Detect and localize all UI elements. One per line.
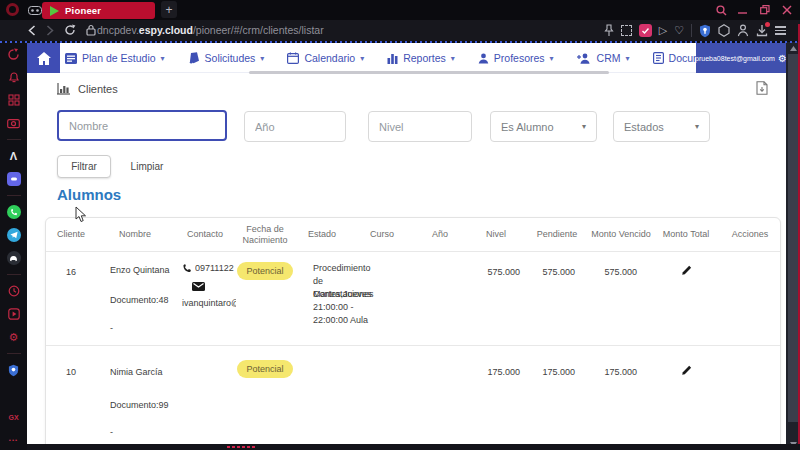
sidebar-divider: [7, 195, 21, 196]
home-button[interactable]: [27, 43, 60, 73]
table-row: 16 Enzo Quintana Documento:48 - 09711122…: [46, 252, 780, 346]
cell-contacto: [174, 346, 236, 444]
back-button[interactable]: [28, 25, 36, 36]
estado-badge: Potencial: [237, 360, 292, 378]
dash-value: -: [110, 322, 174, 334]
sidebar-overflow-icon[interactable]: •••: [7, 433, 21, 447]
edit-pencil-icon[interactable]: [680, 364, 693, 377]
forward-button[interactable]: [46, 25, 54, 36]
content-top-divider: [0, 41, 800, 43]
history-clock-icon[interactable]: [7, 284, 21, 298]
browser-tab[interactable]: Pioneer: [42, 2, 155, 19]
limpiar-button[interactable]: Limpiar: [122, 155, 172, 178]
curso-line: 22:00:00 Aula: [313, 314, 350, 327]
export-file-icon[interactable]: [756, 81, 768, 95]
gx-corner-icon[interactable]: [28, 6, 42, 15]
browser-toolbar: dncpdev.espy.cloud/pioneer/#/crm/cliente…: [0, 20, 800, 41]
chevron-down-icon: ▾: [550, 54, 554, 63]
close-button[interactable]: [780, 3, 794, 17]
phone-value: 09711122: [195, 262, 234, 274]
speed-dial-icon[interactable]: [7, 47, 21, 61]
clientes-chart-icon: [57, 83, 71, 95]
user-account-button[interactable]: prueba08test@gmail.com ⚙: [696, 43, 786, 73]
notifications-bell-icon[interactable]: [7, 70, 21, 84]
person-icon: [478, 53, 489, 64]
cell-acciones: [654, 346, 718, 444]
curso-overlap-b: Martes,Jueves: [313, 288, 372, 301]
documento-value: Documento:99: [110, 399, 174, 411]
nav-item-plan-de-estudio[interactable]: Plan de Estudio ▾: [65, 52, 165, 64]
whatsapp-icon[interactable]: [7, 205, 21, 219]
es-alumno-value: Es Alumno: [501, 121, 554, 133]
horizontal-scrollbar[interactable]: [249, 71, 609, 74]
nav-label: Solicitudes: [205, 52, 256, 64]
nav-item-profesores[interactable]: Profesores ▾: [478, 52, 554, 64]
nav-label: Reportes: [403, 52, 446, 64]
nombre-filter-input[interactable]: [57, 110, 227, 141]
edit-pencil-icon[interactable]: [680, 264, 693, 277]
site-info-lock-icon[interactable]: [86, 24, 96, 36]
estados-value: Estados: [624, 121, 664, 133]
table-row: 10 Nimia García Documento:99 - Potencial…: [46, 346, 780, 444]
document-icon: [653, 52, 664, 64]
cell-monto-vencido: 175.000: [526, 346, 588, 444]
nav-item-reportes[interactable]: Reportes ▾: [387, 52, 455, 64]
dash-value: -: [110, 426, 174, 438]
camera-icon[interactable]: [7, 116, 21, 130]
filtrar-button[interactable]: Filtrar: [57, 155, 111, 178]
chevron-down-icon: ▾: [582, 122, 586, 131]
gx-store-icon[interactable]: [7, 172, 21, 186]
sidebar-setup-icon[interactable]: [775, 26, 786, 35]
restore-button[interactable]: [758, 3, 772, 17]
pin-icon[interactable]: [604, 24, 614, 37]
curso-overlapping-text: Contrataciones Martes,Jueves: [313, 288, 350, 301]
documento-value: Documento:48: [110, 294, 174, 306]
nav-item-crm[interactable]: CRM ▾: [577, 52, 630, 64]
col-header: Nivel: [466, 218, 526, 251]
col-header: Pendiente: [526, 218, 588, 251]
opera-flow-icon[interactable]: ▷: [659, 24, 667, 37]
downloads-icon[interactable]: [756, 24, 768, 37]
nav-item-solicitudes[interactable]: Solicitudes ▾: [188, 52, 265, 64]
profile-icon[interactable]: [737, 24, 749, 37]
search-icon[interactable]: [714, 3, 728, 17]
sidebar-divider: [7, 274, 21, 275]
pinned-app-icon[interactable]: Λ: [7, 149, 21, 163]
apps-grid-icon[interactable]: [7, 93, 21, 107]
ano-filter-input[interactable]: [244, 111, 346, 142]
bottom-bar: [27, 444, 800, 450]
settings-gear-icon[interactable]: ⚙: [7, 330, 21, 344]
table-header-row: Cliente Nombre Contacto Fecha de Nacimie…: [46, 218, 780, 252]
col-header: Estado: [294, 218, 350, 251]
nav-label: Profesores: [494, 52, 545, 64]
url-path: /pioneer/#/crm/clientes/listar: [193, 24, 324, 36]
nav-item-calendario[interactable]: Calendario ▾: [287, 52, 364, 64]
page-title: Clientes: [78, 83, 118, 95]
new-tab-button[interactable]: +: [161, 1, 177, 18]
person-add-icon: [577, 53, 592, 64]
nav-label: Calendario: [304, 52, 355, 64]
col-header: Monto Total: [654, 218, 718, 251]
easy-files-icon[interactable]: [639, 24, 652, 37]
cell-acciones: [654, 252, 718, 345]
player-icon[interactable]: [7, 307, 21, 321]
shield-extension-icon[interactable]: [7, 363, 21, 377]
telegram-icon[interactable]: [7, 228, 21, 242]
curso-line: Procedimiento: [313, 262, 350, 275]
email-value: ivanquintaro@: [182, 297, 236, 309]
nav-label: CRM: [597, 52, 621, 64]
nivel-filter-input[interactable]: [368, 111, 472, 142]
snapshot-icon[interactable]: [621, 25, 632, 36]
bookmarks-heart-icon[interactable]: ♡: [674, 24, 684, 37]
estados-select[interactable]: Estados ▾: [613, 111, 710, 142]
scrollbar-thumb[interactable]: [788, 54, 798, 422]
address-bar-url[interactable]: dncpdev.espy.cloud/pioneer/#/crm/cliente…: [97, 24, 324, 36]
discord-icon[interactable]: [7, 251, 21, 265]
opera-gx-logo-icon[interactable]: [6, 3, 19, 16]
reload-button[interactable]: [64, 24, 76, 36]
cell-estado: Potencial: [236, 346, 294, 444]
extension-hex-icon[interactable]: [718, 24, 730, 37]
es-alumno-select[interactable]: Es Alumno ▾: [490, 111, 597, 142]
minimize-button[interactable]: [736, 3, 750, 17]
extension-shield-icon[interactable]: [699, 24, 711, 38]
